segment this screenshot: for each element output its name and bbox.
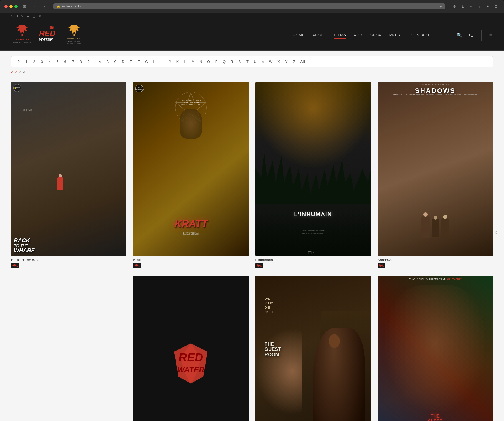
search-button[interactable]: 🔍 xyxy=(456,31,464,39)
filter-G[interactable]: G xyxy=(144,59,149,64)
tabs-icon[interactable]: ⧉ xyxy=(492,3,500,10)
filter-Z[interactable]: Z xyxy=(291,59,297,64)
filter-V[interactable]: V xyxy=(260,59,266,64)
filter-F[interactable]: F xyxy=(136,59,141,64)
film-card-back-to-wharf[interactable]: 风平浪静 ⭐BIFAN BACKTO THEWHARF xyxy=(11,82,126,269)
info-icon[interactable]: ℹ xyxy=(459,3,466,10)
poster-kratt: BIFAN2021 ⏱Paramount+ THE ROAD TO HELLIS… xyxy=(133,82,249,256)
film-card-shadows[interactable]: A FILM BY CARLO LAVAGNA SHADOWS CATERINA… xyxy=(378,82,493,269)
film-title-overlay-kratt: KRATT xyxy=(174,218,207,230)
film-card-sleep-experiment[interactable]: WHAT IF REALITY BECAME YOUR NIGHTMARE? T… xyxy=(378,276,493,421)
lock-icon: 🔒 xyxy=(57,5,60,8)
filter-Y[interactable]: Y xyxy=(283,59,289,64)
filter-9[interactable]: 9 xyxy=(86,59,91,64)
brand-logo-kratt: RW xyxy=(133,263,141,268)
filter-H[interactable]: H xyxy=(151,59,157,64)
film-card-guest-room[interactable]: ONEROOM.ONENIGHT. THEGUESTROOM STEFANO L… xyxy=(255,276,371,421)
filter-N[interactable]: N xyxy=(198,59,204,64)
filter-K[interactable]: K xyxy=(175,59,180,64)
nav-contact[interactable]: CONTACT xyxy=(411,32,430,38)
poster-shadows: A FILM BY CARLO LAVAGNA SHADOWS CATERINA… xyxy=(378,82,493,256)
filter-7[interactable]: 7 xyxy=(70,59,76,64)
vimeo-icon[interactable]: V xyxy=(21,15,23,18)
filter-O[interactable]: O xyxy=(206,59,211,64)
back-button[interactable]: ‹ xyxy=(31,3,38,10)
nav-shop[interactable]: SHOP xyxy=(370,32,382,38)
extensions-icon[interactable]: ✳ xyxy=(467,3,475,10)
filter-all[interactable]: All xyxy=(299,59,306,64)
filter-5[interactable]: 5 xyxy=(55,59,60,64)
sidebar-toggle[interactable]: ⊞ xyxy=(21,3,28,10)
nav-films[interactable]: FILMS xyxy=(334,32,346,39)
redwater-logo[interactable]: RED WATER xyxy=(38,25,57,46)
filter-W[interactable]: W xyxy=(268,59,273,64)
svg-text:RW: RW xyxy=(383,266,384,267)
filter-0[interactable]: 0 xyxy=(16,59,21,64)
filter-L[interactable]: L xyxy=(183,59,188,64)
filter-6[interactable]: 6 xyxy=(62,59,68,64)
nav-divider-2 xyxy=(481,30,482,41)
filter-R[interactable]: R xyxy=(229,59,235,64)
upload-icon[interactable]: ↑ xyxy=(476,3,483,10)
browser-titlebar: ⊞ ‹ › 🔒 indiecanent.com ⊗ ⊙ ℹ ✳ ↑ + ⧉ xyxy=(0,0,504,13)
svg-text:RW: RW xyxy=(138,266,140,267)
sort-az-button[interactable]: A↕Z xyxy=(11,70,17,74)
poster-linhumain: L'INHUMAIN A NISH MEDIA PRODUCTIONA FILM… xyxy=(255,82,371,256)
close-button[interactable] xyxy=(4,5,8,8)
filter-3[interactable]: 3 xyxy=(39,59,45,64)
cart-button[interactable]: 🛍 xyxy=(468,32,475,39)
minimize-button[interactable] xyxy=(9,5,13,8)
new-tab-icon[interactable]: + xyxy=(484,3,491,10)
poster-willow-song: R RED WATER ENTERTAINMENT xyxy=(133,276,249,421)
instagram-icon[interactable]: ◻ xyxy=(32,14,35,18)
facebook-icon[interactable]: f xyxy=(17,14,18,18)
svg-text:INDIECAN: INDIECAN xyxy=(15,38,30,41)
filter-U[interactable]: U xyxy=(252,59,258,64)
svg-text:WATER: WATER xyxy=(177,365,205,374)
social-bar: 𝕏 f V ▶ ◻ ✉ xyxy=(0,13,504,20)
filter-C[interactable]: C xyxy=(113,59,118,64)
film-card-linhumain[interactable]: L'INHUMAIN A NISH MEDIA PRODUCTIONA FILM… xyxy=(255,82,371,269)
empty-slot xyxy=(11,276,126,421)
filter-S[interactable]: S xyxy=(237,59,242,64)
sort-za-button[interactable]: Z↕A xyxy=(19,70,25,74)
main-nav: HOME ABOUT FILMS VOD SHOP PRESS CONTACT … xyxy=(293,30,493,41)
filter-P[interactable]: P xyxy=(214,59,219,64)
film-card-kratt[interactable]: BIFAN2021 ⏱Paramount+ THE ROAD TO HELLIS… xyxy=(133,82,249,269)
url-text: indiecanent.com xyxy=(62,4,86,8)
maximize-button[interactable] xyxy=(14,5,18,8)
svg-text:RW: RW xyxy=(16,266,18,267)
filter-1[interactable]: 1 xyxy=(24,59,29,64)
filter-4[interactable]: 4 xyxy=(47,59,52,64)
filter-B[interactable]: B xyxy=(105,59,110,64)
poster-back-to-wharf: 风平浪静 ⭐BIFAN BACKTO THEWHARF xyxy=(11,82,126,256)
filter-I[interactable]: I xyxy=(159,59,165,64)
address-bar[interactable]: 🔒 indiecanent.com ⊗ xyxy=(53,3,445,9)
twitter-icon[interactable]: 𝕏 xyxy=(11,14,14,18)
filter-8[interactable]: 8 xyxy=(78,59,83,64)
filter-A[interactable]: A xyxy=(97,59,103,64)
svg-rect-0 xyxy=(22,34,23,36)
share-icon[interactable]: ⊙ xyxy=(451,3,458,10)
refresh-icon[interactable]: ⊗ xyxy=(439,5,442,8)
indiecan-logo[interactable]: INDIECAN ENTERTAINMENT xyxy=(11,25,33,46)
film-card-willow-song[interactable]: R RED WATER ENTERTAINMENT T xyxy=(133,276,249,421)
nav-icons: 🔍 🛍 ≡ xyxy=(456,30,493,41)
filter-E[interactable]: E xyxy=(128,59,134,64)
email-icon[interactable]: ✉ xyxy=(39,14,41,18)
youtube-icon[interactable]: ▶ xyxy=(27,14,29,18)
filter-D[interactable]: D xyxy=(120,59,126,64)
nav-vod[interactable]: VOD xyxy=(354,32,363,38)
nav-about[interactable]: ABOUT xyxy=(313,32,326,38)
filter-2[interactable]: 2 xyxy=(31,59,37,64)
nav-press[interactable]: PRESS xyxy=(389,32,403,38)
nav-home[interactable]: HOME xyxy=(293,32,305,38)
menu-button[interactable]: ≡ xyxy=(488,32,493,39)
filter-Q[interactable]: Q xyxy=(221,59,227,64)
filter-X[interactable]: X xyxy=(276,59,281,64)
filter-T[interactable]: T xyxy=(245,59,250,64)
filter-J[interactable]: J xyxy=(167,59,173,64)
forward-button[interactable]: › xyxy=(41,3,48,10)
filter-M[interactable]: M xyxy=(190,59,196,64)
indiecan-international-logo[interactable]: INDIECAN ENTERTAINMENT INTERNATIONAL xyxy=(62,25,87,46)
